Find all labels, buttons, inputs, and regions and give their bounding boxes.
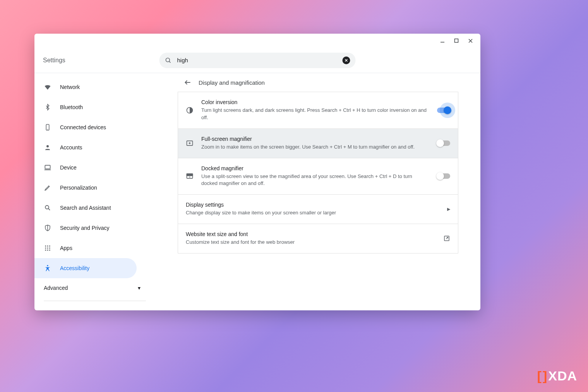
svg-line-5 [169,61,171,63]
fullscreen-magnifier-icon [186,139,194,147]
main-panel: Display and magnification Color inversio… [156,73,480,310]
color-inversion-toggle[interactable] [437,108,450,113]
sidebar-item-label: Personalization [60,185,97,191]
sidebar: Network Bluetooth Connected devices Acco… [34,73,156,310]
sidebar-item-network[interactable]: Network [34,77,137,97]
row-website-text-size[interactable]: Website text size and font Customize tex… [178,224,458,253]
apps-grid-icon [44,244,51,252]
bracket-icon: [ [537,368,542,383]
svg-rect-1 [455,39,458,43]
sidebar-item-connected-devices[interactable]: Connected devices [34,117,137,137]
svg-point-23 [49,250,50,251]
chevron-right-icon: ▶ [447,207,450,212]
wifi-icon [44,83,51,91]
settings-panel: Display and magnification Color inversio… [178,73,458,310]
clear-search-button[interactable] [343,56,350,64]
row-title: Full-screen magnifier [201,136,428,142]
search-bar[interactable] [159,53,356,68]
person-icon [44,144,51,151]
app-header: Settings [34,48,480,73]
panel-title: Display and magnification [199,79,265,86]
svg-point-17 [49,245,50,246]
panel-header: Display and magnification [178,73,458,92]
svg-rect-11 [45,165,50,169]
svg-point-20 [49,248,50,249]
watermark-text: XDA [548,368,577,383]
svg-point-21 [45,250,46,251]
svg-point-19 [47,248,48,249]
svg-line-14 [48,209,50,210]
row-desc: Change display size to make items on you… [186,209,428,217]
pencil-icon [44,184,51,192]
sidebar-item-accessibility[interactable]: Accessibility [34,258,137,278]
settings-card: Color inversion Turn light screens dark,… [178,92,458,253]
sidebar-item-label: Security and Privacy [60,225,110,231]
app-title: Settings [43,57,65,64]
sidebar-advanced-toggle[interactable]: Advanced ▾ [34,278,155,298]
fullscreen-magnifier-toggle[interactable] [437,140,450,146]
laptop-icon [44,164,51,171]
svg-point-24 [47,265,48,266]
row-title: Display settings [186,202,428,208]
svg-rect-31 [187,174,193,176]
svg-point-10 [46,145,49,147]
docked-magnifier-toggle[interactable] [437,173,450,179]
bracket-icon: ] [543,368,547,383]
docked-magnifier-icon [186,172,194,180]
row-display-settings[interactable]: Display settings Change display size to … [178,194,458,224]
svg-point-22 [47,250,48,251]
phone-icon [44,123,51,131]
app-body: Network Bluetooth Connected devices Acco… [34,73,480,310]
external-link-icon [443,235,450,242]
sidebar-item-search-assistant[interactable]: Search and Assistant [34,198,137,218]
sidebar-item-device[interactable]: Device [34,157,137,178]
sidebar-item-label: Apps [60,245,72,251]
row-desc: Use a split-screen view to see the magni… [201,173,428,188]
sidebar-separator [44,301,146,301]
row-color-inversion: Color inversion Turn light screens dark,… [178,92,458,128]
svg-point-4 [166,58,170,62]
sidebar-item-label: Network [60,84,80,90]
settings-window: Settings Network Bluetooth Connected dev… [34,34,480,310]
row-title: Website text size and font [186,231,428,237]
accessibility-icon [44,264,51,272]
sidebar-item-apps[interactable]: Apps [34,238,137,258]
window-titlebar [34,34,480,48]
window-minimize-button[interactable] [439,38,446,44]
svg-point-18 [45,248,46,249]
svg-point-13 [45,205,49,209]
sidebar-item-label: Bluetooth [60,104,83,110]
sidebar-item-security-privacy[interactable]: Security and Privacy [34,218,137,238]
sidebar-item-label: Connected devices [60,124,106,130]
contrast-icon [186,106,194,114]
back-button[interactable] [184,79,192,86]
search-icon [44,204,51,212]
sidebar-item-accounts[interactable]: Accounts [34,137,137,157]
row-desc: Turn light screens dark, and dark screen… [201,107,428,122]
row-docked-magnifier: Docked magnifier Use a split-screen view… [178,158,458,195]
row-title: Docked magnifier [201,165,428,171]
row-desc: Customize text size and font for the web… [186,239,428,246]
window-maximize-button[interactable] [453,38,459,44]
shield-icon [44,224,51,232]
sidebar-about[interactable]: About ChromeOS [34,304,155,310]
sidebar-advanced-label: Advanced [44,285,68,291]
svg-point-16 [47,245,48,246]
sidebar-item-label: Device [60,164,77,171]
svg-point-15 [45,245,46,246]
row-desc: Zoom in to make items on the screen bigg… [201,144,428,151]
sidebar-item-label: Search and Assistant [60,205,111,211]
chevron-down-icon: ▾ [138,285,141,291]
sidebar-item-personalization[interactable]: Personalization [34,178,137,198]
bluetooth-icon [44,103,51,111]
row-fullscreen-magnifier: Full-screen magnifier Zoom in to make it… [178,128,458,158]
row-title: Color inversion [201,99,428,105]
search-icon [165,57,172,64]
sidebar-item-bluetooth[interactable]: Bluetooth [34,97,137,117]
search-input[interactable] [177,57,337,63]
sidebar-item-label: Accessibility [60,265,89,271]
xda-watermark: [] XDA [537,368,577,383]
sidebar-item-label: Accounts [60,144,82,151]
window-close-button[interactable] [467,38,473,44]
